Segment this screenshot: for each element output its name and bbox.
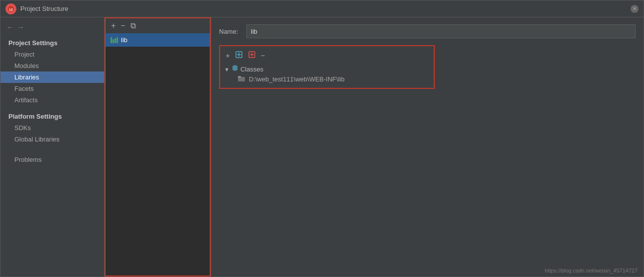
library-bar-icon <box>111 37 118 43</box>
sidebar-item-artifacts[interactable]: Artifacts <box>0 94 104 106</box>
svg-rect-9 <box>238 76 241 78</box>
window-controls: ✕ <box>631 5 639 13</box>
name-row: Name: <box>219 24 636 38</box>
title-bar: IJ Project Structure ✕ <box>0 0 644 17</box>
nav-arrows: ← → <box>0 21 104 36</box>
classes-label: Classes <box>240 66 263 73</box>
close-button[interactable]: ✕ <box>631 5 639 13</box>
classes-node[interactable]: ▼ Classes <box>224 64 430 74</box>
classes-path-row: D:\web_test111\web\WEB-INF\lib <box>224 74 430 84</box>
classes-tree: ▼ Classes <box>220 64 434 84</box>
tree-arrow-icon: ▼ <box>224 67 230 72</box>
platform-settings-header: Platform Settings <box>0 110 104 122</box>
remove-class-button[interactable]: − <box>259 51 267 60</box>
sidebar-item-modules[interactable]: Modules <box>0 60 104 71</box>
right-panel: Name: + <box>211 17 644 277</box>
back-button[interactable]: ← <box>5 23 14 31</box>
sidebar-item-project[interactable]: Project <box>0 49 104 60</box>
add-class-button[interactable]: + <box>224 51 232 60</box>
sidebar-item-problems[interactable]: Problems <box>0 154 104 165</box>
sidebar-item-facets[interactable]: Facets <box>0 83 104 94</box>
library-toolbar: + − ⧉ <box>105 17 211 33</box>
sidebar: ← → Project Settings Project Modules Lib… <box>0 17 105 277</box>
library-list: lib <box>105 33 211 277</box>
classes-toolbar: + <box>220 50 434 64</box>
footer-url: https://blog.csdn.net/weixin_45714727 <box>545 268 638 274</box>
add-module-button[interactable] <box>234 50 244 60</box>
copy-library-button[interactable]: ⧉ <box>129 21 137 30</box>
classes-path: D:\web_test111\web\WEB-INF\lib <box>249 75 345 83</box>
name-input[interactable] <box>246 24 636 38</box>
name-label: Name: <box>219 28 241 35</box>
sidebar-item-global-libraries[interactable]: Global Libraries <box>0 134 104 145</box>
project-settings-header: Project Settings <box>0 36 104 49</box>
folder-icon <box>238 75 245 83</box>
app-icon: IJ <box>5 3 16 14</box>
forward-button[interactable]: → <box>16 23 25 31</box>
add-library-button[interactable]: + <box>110 21 117 30</box>
sidebar-item-libraries[interactable]: Libraries <box>0 71 104 83</box>
add-lib-root-button[interactable] <box>246 50 257 60</box>
classes-panel: + <box>219 45 435 89</box>
library-item-lib[interactable]: lib <box>106 33 210 47</box>
svg-text:IJ: IJ <box>9 7 13 12</box>
classes-icon <box>232 65 238 73</box>
remove-library-button[interactable]: − <box>119 21 126 30</box>
main-content: ← → Project Settings Project Modules Lib… <box>0 17 644 277</box>
project-structure-window: IJ Project Structure ✕ ← → Project Setti… <box>0 0 644 277</box>
window-title: Project Structure <box>20 5 631 12</box>
library-list-panel: + − ⧉ lib <box>105 17 211 277</box>
sidebar-item-sdks[interactable]: SDKs <box>0 122 104 134</box>
